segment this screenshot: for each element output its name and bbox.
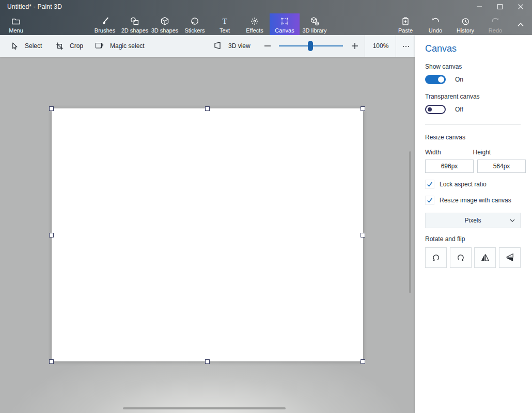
panel-title: Canvas	[425, 43, 521, 54]
chevron-up-icon	[515, 20, 526, 28]
vertical-scrollbar[interactable]	[409, 151, 411, 293]
title-bar: Untitled* - Paint 3D	[0, 0, 532, 13]
resize-canvas-heading: Resize canvas	[425, 134, 521, 141]
check-icon	[426, 197, 433, 204]
ellipsis-icon	[402, 42, 410, 50]
svg-text:T: T	[222, 17, 227, 25]
transparent-canvas-label: Transparent canvas	[425, 93, 521, 100]
height-input[interactable]	[477, 160, 526, 173]
paste-icon	[400, 16, 411, 26]
minimize-button[interactable]	[469, 0, 490, 13]
show-canvas-state: On	[455, 76, 463, 83]
flip-horizontal-icon	[480, 252, 490, 263]
zoom-value: 100%	[373, 42, 389, 50]
collapse-ribbon-button[interactable]	[515, 20, 526, 28]
tab-stickers[interactable]: Stickers	[180, 13, 210, 35]
text-icon: T	[220, 16, 230, 26]
zoom-out-button[interactable]	[263, 35, 272, 57]
tab-canvas[interactable]: Canvas	[270, 13, 300, 35]
tab-2d-shapes[interactable]: 2D shapes	[120, 13, 150, 35]
history-button[interactable]: History	[450, 13, 480, 35]
rotate-right-icon	[456, 252, 466, 263]
show-canvas-toggle[interactable]	[425, 75, 446, 84]
cube-icon	[160, 16, 170, 26]
menu-label: Menu	[9, 27, 23, 34]
toggle-knob	[428, 107, 432, 112]
panel-divider	[425, 124, 521, 125]
zoom-value-box[interactable]: 100%	[365, 35, 396, 57]
horizontal-scrollbar[interactable]	[123, 407, 286, 409]
toggle-knob	[438, 76, 444, 83]
chevron-down-icon	[509, 217, 516, 224]
effects-icon	[249, 16, 260, 26]
canvas-handle-bottom-right[interactable]	[361, 359, 365, 364]
flip-horizontal-button[interactable]	[474, 247, 496, 268]
work-area	[0, 57, 415, 413]
close-icon	[516, 2, 525, 11]
lock-aspect-checkbox[interactable]	[425, 180, 434, 189]
check-icon	[426, 181, 433, 188]
magic-select-icon	[95, 41, 105, 51]
canvas-handle-top-left[interactable]	[49, 106, 54, 111]
canvas-handle-top-right[interactable]	[361, 106, 365, 111]
maximize-button[interactable]	[490, 0, 510, 13]
menu-button[interactable]: Menu	[4, 13, 28, 35]
minimize-icon	[475, 2, 484, 11]
shapes-2d-icon	[130, 16, 140, 26]
window-controls	[469, 0, 531, 13]
canvas-handle-bottom-left[interactable]	[49, 359, 54, 364]
select-label: Select	[25, 42, 42, 50]
crop-icon	[55, 41, 65, 51]
tab-text[interactable]: T Text	[210, 13, 240, 35]
select-tool[interactable]: Select	[10, 35, 42, 57]
tab-brushes[interactable]: Brushes	[90, 13, 120, 35]
zoom-slider-thumb[interactable]	[308, 41, 313, 51]
rotate-flip-heading: Rotate and flip	[425, 235, 521, 243]
canvas-handle-middle-left[interactable]	[49, 233, 54, 237]
flip-vertical-icon	[505, 252, 515, 263]
3d-view-button[interactable]: 3D view	[213, 35, 251, 57]
brush-icon	[100, 16, 110, 26]
rotate-left-icon	[431, 252, 441, 263]
close-button[interactable]	[510, 0, 531, 13]
canvas-panel: Canvas Show canvas On Transparent canvas…	[415, 35, 532, 413]
transparent-canvas-toggle[interactable]	[425, 105, 446, 114]
crop-tool[interactable]: Crop	[55, 35, 83, 57]
drawing-canvas[interactable]	[52, 108, 363, 361]
plus-icon	[351, 42, 359, 50]
undo-button[interactable]: Undo	[420, 13, 450, 35]
height-label: Height	[473, 149, 521, 156]
ribbon-tabs: Brushes 2D shapes 3D shapes	[90, 13, 330, 35]
undo-icon	[430, 16, 441, 26]
minus-icon	[263, 42, 272, 50]
canvas-icon	[279, 16, 290, 26]
lock-aspect-label: Lock aspect ratio	[440, 181, 487, 188]
flip-vertical-button[interactable]	[499, 247, 521, 268]
maximize-icon	[495, 2, 505, 11]
rotate-right-button[interactable]	[450, 247, 472, 268]
canvas-handle-top-middle[interactable]	[205, 106, 210, 111]
resize-image-label: Resize image with canvas	[440, 197, 511, 204]
more-options-button[interactable]	[396, 35, 415, 57]
width-label: Width	[425, 149, 473, 156]
canvas-toolbar: Select Crop Magic select 3D view 100%	[0, 35, 415, 57]
resize-image-checkbox[interactable]	[425, 196, 434, 205]
paste-button[interactable]: Paste	[390, 13, 420, 35]
rotate-left-button[interactable]	[425, 247, 447, 268]
zoom-in-button[interactable]	[351, 35, 359, 57]
view-3d-icon	[213, 41, 223, 51]
canvas-handle-middle-right[interactable]	[361, 233, 365, 237]
canvas-handle-bottom-middle[interactable]	[205, 359, 210, 364]
width-input[interactable]	[425, 160, 474, 173]
tab-effects[interactable]: Effects	[240, 13, 270, 35]
zoom-slider[interactable]	[279, 45, 343, 46]
tab-3d-library[interactable]: 3D library	[300, 13, 330, 35]
units-value: Pixels	[464, 217, 481, 224]
units-dropdown[interactable]: Pixels	[425, 213, 521, 228]
folder-icon	[11, 16, 21, 26]
magic-select-tool[interactable]: Magic select	[95, 35, 145, 57]
top-bar: Untitled* - Paint 3D Menu	[0, 0, 532, 35]
3d-view-label: 3D view	[228, 42, 251, 50]
tab-3d-shapes[interactable]: 3D shapes	[150, 13, 180, 35]
library-3d-icon	[309, 16, 320, 26]
